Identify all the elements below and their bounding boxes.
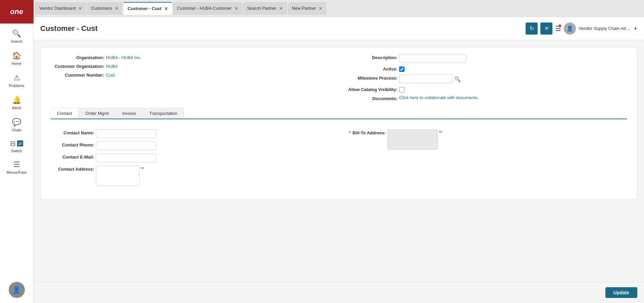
customer-number-value[interactable]: Cust [106, 72, 115, 78]
footer-bar: Update [34, 282, 644, 303]
home-icon: 🏠 [12, 51, 21, 60]
sidebar-item-chats[interactable]: 💬 Chats [0, 114, 33, 136]
sidebar-item-menus[interactable]: ☰ Menus/Favs [0, 156, 33, 178]
sidebar-item-switch[interactable]: ⊟ ⇄ Switch [0, 136, 33, 156]
sidebar: one 🔍 Search 🏠 Home ⚠ Problems 🔔 Alerts … [0, 0, 34, 303]
warning-icon: ⚠ [13, 74, 20, 82]
bill-to-edit-icon[interactable]: ✏ [439, 129, 443, 134]
customer-number-row: Customer Number: Cust [51, 72, 334, 78]
close-tab-customer-cust[interactable]: ✕ [164, 6, 168, 11]
organization-value[interactable]: HUB4 - HUB4 Inc. [106, 54, 141, 60]
avatar-icon: 👤 [12, 286, 21, 294]
form-right: Description: Active: Milestone Process: … [344, 54, 627, 101]
close-tab-customer-hub4[interactable]: ✕ [234, 6, 238, 11]
form-tab-invoice[interactable]: Invoice [116, 108, 142, 119]
milestone-row: Milestone Process: 🔍 [344, 75, 627, 83]
user-name: Vendor Supply Chain Admin [579, 26, 632, 31]
app-logo[interactable]: one [0, 0, 34, 24]
refresh-icon: ↻ [530, 25, 534, 32]
sidebar-item-alerts[interactable]: 🔔 Alerts [0, 92, 33, 114]
refresh-button[interactable]: ↻ [526, 23, 538, 35]
form-tab-transportation[interactable]: Transportation [143, 108, 183, 119]
active-label: Active: [344, 66, 397, 72]
avatar-user-icon: 👤 [567, 25, 573, 32]
documents-link[interactable]: Click here to collaborate with documents… [399, 95, 479, 100]
header-actions: ↻ ✕ ☰ 👤 Vendor Supply Chain Admin ▼ [526, 23, 637, 35]
page-title: Customer - Cust [40, 24, 526, 33]
contact-name-label: Contact Name: [51, 129, 94, 135]
contact-right: * Bill-To Address: ✏ [342, 129, 627, 186]
menu-button[interactable]: ☰ [555, 25, 561, 33]
switch-layers-icon: ⊟ [10, 139, 16, 147]
tab-bar: Vendor Dashboard ✕ Customers ✕ Customer … [34, 0, 644, 17]
milestone-search-icon[interactable]: 🔍 [454, 76, 461, 82]
bill-to-label: * Bill-To Address: [342, 129, 386, 135]
sidebar-item-problems[interactable]: ⚠ Problems [0, 70, 33, 92]
customer-number-label: Customer Number: [51, 72, 104, 78]
close-tab-vendor-dashboard[interactable]: ✕ [78, 6, 82, 11]
close-tab-new-partner[interactable]: ✕ [319, 6, 323, 11]
avatar: 👤 [564, 23, 576, 35]
active-row: Active: [344, 66, 627, 72]
contact-name-input[interactable] [96, 129, 156, 138]
contact-phone-label: Contact Phone: [51, 141, 94, 147]
contact-address-textarea[interactable] [96, 166, 140, 186]
close-icon: ✕ [544, 25, 549, 32]
tab-customer-hub4[interactable]: Customer - HUB4-Customer ✕ [173, 2, 242, 15]
allow-catalog-checkbox[interactable] [399, 87, 405, 92]
tab-customers[interactable]: Customers ✕ [87, 2, 123, 15]
bill-to-row: * Bill-To Address: ✏ [342, 129, 627, 149]
required-star: * [349, 130, 351, 135]
chat-icon: 💬 [12, 118, 21, 127]
contact-address-edit-icon[interactable]: ✏ [141, 166, 145, 171]
page-header: Customer - Cust ↻ ✕ ☰ 👤 Vendor Supply Ch… [34, 17, 644, 40]
form-tab-contact[interactable]: Contact [51, 108, 78, 119]
contact-email-input[interactable] [96, 154, 156, 162]
description-row: Description: [344, 54, 627, 63]
switch-toggle-icon: ⇄ [17, 140, 23, 146]
update-button[interactable]: Update [605, 287, 637, 298]
main-area: Vendor Dashboard ✕ Customers ✕ Customer … [34, 0, 644, 303]
tab-new-partner[interactable]: New Partner ✕ [288, 2, 327, 15]
user-name-area: Vendor Supply Chain Admin ▼ [579, 26, 637, 31]
contact-name-row: Contact Name: [51, 129, 335, 138]
milestone-input[interactable] [399, 75, 453, 83]
description-input[interactable] [399, 54, 466, 63]
tab-vendor-dashboard[interactable]: Vendor Dashboard ✕ [35, 2, 86, 15]
sidebar-item-home[interactable]: 🏠 Home [0, 47, 33, 70]
close-form-button[interactable]: ✕ [540, 23, 552, 35]
sidebar-item-search[interactable]: 🔍 Search [0, 25, 33, 47]
organization-row: Organization: HUB4 - HUB4 Inc. [51, 54, 334, 60]
active-checkbox[interactable] [399, 67, 405, 72]
form-tabs: Contact Order Mgmt Invoice Transportatio… [51, 108, 627, 119]
documents-label: Documents: [344, 95, 397, 101]
content-area: Organization: HUB4 - HUB4 Inc. Customer … [34, 40, 644, 282]
form-top-fields: Organization: HUB4 - HUB4 Inc. Customer … [51, 54, 627, 101]
form-card: Organization: HUB4 - HUB4 Inc. Customer … [40, 47, 637, 200]
search-icon: 🔍 [12, 29, 21, 38]
description-label: Description: [344, 54, 397, 60]
form-tab-order-mgmt[interactable]: Order Mgmt [79, 108, 115, 119]
user-dropdown-arrow: ▼ [634, 27, 637, 31]
bill-to-textarea[interactable] [387, 129, 438, 149]
contact-phone-input[interactable] [96, 141, 156, 150]
organization-label: Organization: [51, 54, 104, 60]
bell-icon: 🔔 [12, 96, 21, 104]
close-tab-customers[interactable]: ✕ [115, 6, 119, 11]
sidebar-avatar[interactable]: 👤 [9, 282, 25, 298]
allow-catalog-label: Allow Catalog Visibility: [344, 86, 397, 92]
user-area[interactable]: 👤 Vendor Supply Chain Admin ▼ [564, 23, 637, 35]
contact-address-label: Contact Address: [51, 166, 94, 172]
contact-email-label: Contact E-Mail: [51, 154, 94, 160]
documents-row: Documents: Click here to collaborate wit… [344, 95, 627, 101]
contact-content: Contact Name: Contact Phone: Contact E-M… [51, 126, 627, 189]
menu-icon: ☰ [13, 160, 20, 169]
bill-to-wrapper: ✏ [387, 129, 443, 149]
contact-left: Contact Name: Contact Phone: Contact E-M… [51, 129, 335, 186]
close-tab-search-partner[interactable]: ✕ [279, 6, 283, 11]
tab-customer-cust[interactable]: Customer - Cust ✕ [123, 2, 172, 15]
customer-org-value[interactable]: HUB4 [106, 63, 118, 69]
tab-search-partner[interactable]: Search Partner ✕ [243, 2, 287, 15]
customer-org-row: Customer Organization: HUB4 [51, 63, 334, 69]
customer-org-label: Customer Organization: [51, 63, 104, 69]
